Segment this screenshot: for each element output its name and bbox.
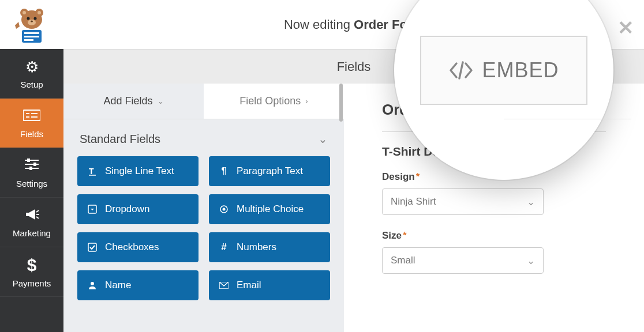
svg-point-4 bbox=[38, 11, 41, 14]
sidebar-item-marketing[interactable]: Marketing bbox=[0, 198, 63, 247]
sidebar-label: Settings bbox=[16, 179, 47, 188]
app-logo bbox=[0, 0, 63, 49]
tab-add-fields[interactable]: Add Fields ⌄ bbox=[63, 84, 204, 119]
chevron-down-icon: ⌄ bbox=[527, 196, 535, 208]
size-select[interactable]: Small ⌄ bbox=[382, 247, 544, 274]
divider bbox=[504, 119, 631, 119]
list-icon bbox=[23, 108, 40, 126]
svg-rect-12 bbox=[24, 39, 33, 41]
chevron-down-icon: ⌄ bbox=[318, 132, 328, 146]
svg-point-3 bbox=[23, 11, 26, 14]
size-label: Size* bbox=[382, 230, 606, 242]
sliders-icon bbox=[24, 157, 40, 175]
embed-button[interactable]: EMBED bbox=[420, 36, 587, 105]
sidebar-label: Fields bbox=[20, 129, 43, 139]
gear-icon: ⚙ bbox=[25, 58, 39, 76]
svg-line-32 bbox=[459, 62, 463, 78]
svg-rect-21 bbox=[27, 159, 30, 162]
chevron-down-icon: ⌄ bbox=[158, 97, 164, 105]
sidebar-label: Marketing bbox=[13, 228, 51, 238]
sidebar-item-setup[interactable]: ⚙ Setup bbox=[0, 49, 63, 99]
svg-rect-29 bbox=[88, 243, 96, 251]
svg-rect-11 bbox=[24, 36, 39, 37]
field-email[interactable]: Email bbox=[209, 270, 330, 300]
svg-point-6 bbox=[34, 17, 37, 20]
fields-panel: Add Fields ⌄ Field Options › Standard Fi… bbox=[63, 84, 344, 332]
fields-grid: TSingle Line Text ¶Paragraph Text Dropdo… bbox=[63, 153, 344, 313]
chevron-down-icon: ⌄ bbox=[527, 255, 535, 267]
field-checkboxes[interactable]: Checkboxes bbox=[77, 232, 199, 262]
sidebar-label: Payments bbox=[13, 278, 51, 288]
size-field-row: Size* Small ⌄ bbox=[382, 230, 606, 274]
sidebar-item-settings[interactable]: Settings bbox=[0, 148, 63, 198]
field-name[interactable]: Name bbox=[77, 270, 199, 300]
field-dropdown[interactable]: Dropdown bbox=[77, 194, 199, 224]
text-icon: T bbox=[87, 167, 98, 176]
svg-text:T: T bbox=[89, 167, 94, 176]
svg-point-28 bbox=[223, 208, 226, 211]
radio-icon bbox=[218, 205, 230, 214]
sidebar-label: Setup bbox=[20, 80, 43, 89]
chevron-right-icon: › bbox=[305, 97, 308, 105]
tab-field-options[interactable]: Field Options › bbox=[204, 84, 344, 119]
envelope-icon bbox=[218, 282, 230, 289]
check-square-icon bbox=[87, 243, 98, 252]
svg-rect-13 bbox=[23, 110, 40, 120]
standard-fields-toggle[interactable]: Standard Fields ⌄ bbox=[63, 119, 344, 153]
field-paragraph-text[interactable]: ¶Paragraph Text bbox=[209, 156, 330, 186]
scrollbar[interactable] bbox=[339, 84, 343, 122]
svg-point-8 bbox=[31, 20, 33, 22]
design-select[interactable]: Ninja Shirt ⌄ bbox=[382, 188, 544, 215]
sidebar-item-fields[interactable]: Fields bbox=[0, 99, 63, 148]
paragraph-icon: ¶ bbox=[218, 165, 230, 177]
sidebar-item-payments[interactable]: $ Payments bbox=[0, 247, 63, 297]
user-icon bbox=[87, 281, 98, 290]
field-single-line-text[interactable]: TSingle Line Text bbox=[77, 156, 199, 186]
svg-rect-22 bbox=[33, 163, 36, 166]
caret-square-icon bbox=[87, 205, 98, 214]
dollar-icon: $ bbox=[27, 255, 37, 275]
close-icon[interactable]: ✕ bbox=[617, 16, 634, 39]
svg-point-30 bbox=[91, 282, 94, 285]
code-icon bbox=[448, 60, 474, 81]
svg-rect-23 bbox=[29, 167, 32, 170]
hash-icon: # bbox=[218, 242, 230, 253]
sidebar: ⚙ Setup Fields Settings Marketing $ Paym… bbox=[0, 49, 63, 332]
svg-point-5 bbox=[27, 17, 30, 20]
field-multiple-choice[interactable]: Multiple Choice bbox=[209, 194, 330, 224]
bullhorn-icon bbox=[24, 207, 40, 225]
panel-tabs: Add Fields ⌄ Field Options › bbox=[63, 84, 344, 119]
field-numbers[interactable]: #Numbers bbox=[209, 232, 330, 262]
svg-rect-10 bbox=[24, 32, 39, 34]
